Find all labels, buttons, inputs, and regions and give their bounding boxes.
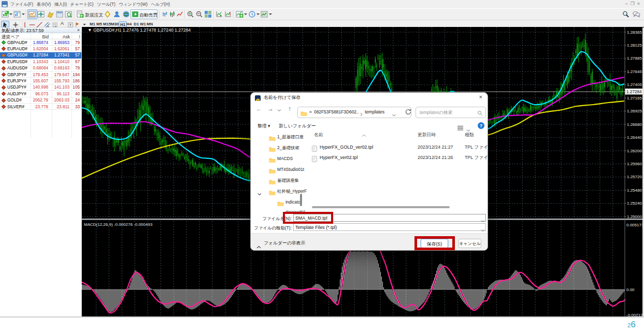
svg-text:1.26440: 1.26440: [627, 135, 642, 140]
svg-text:1.27645: 1.27645: [627, 69, 642, 74]
svg-text:0.005173: 0.005173: [626, 223, 644, 227]
svg-text:1.27405: 1.27405: [627, 82, 642, 87]
svg-text:1.27885: 1.27885: [627, 56, 642, 61]
svg-text:0.00: 0.00: [626, 287, 635, 292]
svg-text:1.27284: 1.27284: [626, 90, 642, 94]
svg-text:1.25480: 1.25480: [627, 188, 642, 193]
svg-text:1.25000: 1.25000: [627, 214, 642, 219]
svg-text:MACD(12,26,9) -0.000276 -0.000: MACD(12,26,9) -0.000276 -0.000493: [84, 222, 153, 227]
svg-text:1.28125: 1.28125: [627, 43, 642, 48]
svg-text:1.26680: 1.26680: [627, 122, 642, 127]
svg-text:1.25960: 1.25960: [627, 162, 642, 166]
svg-text:1.25720: 1.25720: [627, 175, 642, 179]
svg-text:-0.002121: -0.002121: [626, 313, 644, 317]
svg-text:1.28365: 1.28365: [627, 30, 642, 35]
svg-text:1.26200: 1.26200: [627, 149, 642, 153]
svg-text:1.26925: 1.26925: [627, 109, 642, 113]
svg-text:1.27165: 1.27165: [627, 96, 642, 100]
svg-text:1.25240: 1.25240: [627, 201, 642, 206]
svg-text:▼ GBPUSD#,H1 1.27476 1.27478: ▼ GBPUSD#,H1 1.27476 1.27478 1.27240 1.2…: [88, 27, 191, 33]
